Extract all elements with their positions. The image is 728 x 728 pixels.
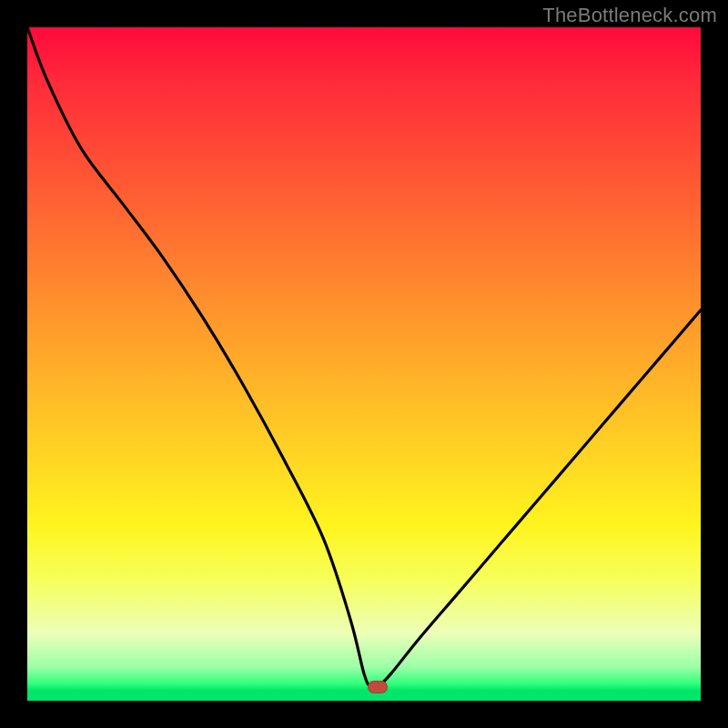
min-point-marker — [368, 681, 388, 693]
bottleneck-curve — [27, 27, 701, 701]
watermark-text: TheBottleneck.com — [542, 4, 717, 27]
plot-area — [27, 27, 701, 701]
chart-frame: TheBottleneck.com — [0, 0, 728, 728]
curve-path — [27, 27, 701, 689]
